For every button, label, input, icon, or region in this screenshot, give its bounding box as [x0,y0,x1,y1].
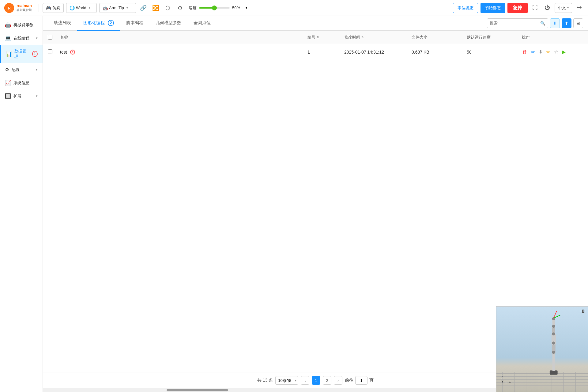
tab-script-label: 脚本编程 [126,20,143,26]
tab-trajectory[interactable]: 轨迹列表 [48,16,77,31]
sidebar-label-config: 配置 [12,67,20,73]
tab-graphic[interactable]: 图形化编程 2 [77,16,120,31]
per-page-wrapper: 10条/页 20条/页 50条/页 [275,376,298,385]
row-modified-cell: 2025-01-07 14:31:12 [344,50,412,55]
settings-icon-btn[interactable]: ⚙ [175,3,185,13]
grid-icon: ⊞ [576,21,580,26]
sidebar: 🤖 机械臂示教 💻 在线编程 ▾ 📊 数据管理 1 ⚙ 配置 ▾ 📈 系统信息 … [0,16,43,392]
header-modified-label: 修改时间 [344,35,360,40]
logout-icon[interactable]: ⮩ [575,3,584,13]
header-modified-cell[interactable]: 修改时间 ⇅ [344,35,412,40]
grid-icon-btn[interactable]: ⊞ [573,18,583,28]
edit-icon[interactable]: ✏ [530,48,536,55]
header-speed-cell: 默认运行速度 [467,35,522,40]
speed-dropdown-icon[interactable]: ▾ [246,6,247,9]
cube-icon-btn[interactable]: ⬡ [163,3,173,13]
next-page-btn[interactable]: › [334,376,342,385]
config-icon: ⚙ [5,67,9,73]
speed-value: 50% [232,6,243,10]
svg-rect-15 [552,352,555,371]
search-box: 🔍 [487,18,548,28]
header-number-cell[interactable]: 编号 ⇅ [307,35,344,40]
rename-icon[interactable]: ✏ [546,48,551,55]
tab-waypoints-label: 全局点位 [194,20,211,26]
header-size-cell: 文件大小 [412,35,467,40]
tab-model-label: 几何模型参数 [156,20,181,26]
sidebar-label-teach: 机械臂示教 [13,22,33,28]
goto-input[interactable] [355,376,368,385]
sidebar-label-online: 在线编程 [13,36,29,41]
prev-page-btn[interactable]: ‹ [301,376,309,385]
speed-slider[interactable] [199,7,230,9]
lang-chevron-icon: ▾ [567,6,569,9]
upload-icon-btn[interactable]: ⬆ [562,18,571,28]
viewport-canvas: Z Y _ x [496,307,588,392]
viewport-visibility-icon[interactable]: 👁 [580,308,586,315]
teach-icon: 🤖 [5,22,11,28]
header-size-label: 文件大小 [412,35,428,40]
sim-mode-btn[interactable]: 🎮 仿真 [43,3,64,13]
sidebar-item-online[interactable]: 💻 在线编程 ▾ [0,32,43,45]
download-icon: ⬇ [553,21,557,26]
sidebar-item-config[interactable]: ⚙ 配置 ▾ [0,63,43,76]
route-icon-btn[interactable]: 🔀 [151,3,160,13]
tabs-bar: 轨迹列表 图形化编程 2 脚本编程 几何模型参数 全局点位 🔍 [43,16,588,31]
extend-icon: 🔲 [5,93,11,99]
row-actions-cell: 🗑 ✏ ⬇ ✏ ☆ ▶ [522,48,583,55]
header-speed-label: 默认运行速度 [467,35,491,40]
world-icon: 🌐 [70,6,75,10]
row-name-cell: test 3 [60,50,307,55]
init-pose-button[interactable]: 初始姿态 [481,3,505,13]
world-dropdown[interactable]: 🌐 World ▾ [66,3,97,13]
total-count: 共 13 条 [257,378,273,383]
online-icon: 💻 [5,35,11,41]
page-unit: 页 [369,378,374,383]
tab-waypoints[interactable]: 全局点位 [187,16,217,31]
config-chevron-icon: ▾ [36,68,38,72]
language-dropdown[interactable]: 中文 ▾ [555,3,572,13]
link-icon-btn[interactable]: 🔗 [138,3,148,13]
tab-script[interactable]: 脚本编程 [120,16,149,31]
tab-trajectory-label: 轨迹列表 [54,20,71,26]
row-checkbox[interactable] [48,49,52,54]
speed-area: 速度 50% ▾ [189,5,247,11]
z-axis-label: Z [501,375,511,379]
sidebar-label-extend: 扩展 [13,93,21,99]
table-header: 名称 编号 ⇅ 修改时间 ⇅ 文件大小 默认运行速度 操作 [43,31,588,44]
emergency-stop-button[interactable]: 急停 [507,3,528,13]
tab-model[interactable]: 几何模型参数 [149,16,187,31]
row-speed-cell: 50 [467,50,522,55]
page-2-btn[interactable]: 2 [323,376,331,385]
arm-tip-dropdown[interactable]: 🤖 Arm_Tip ▾ [99,3,136,13]
sidebar-item-sysinfo[interactable]: 📈 系统信息 [0,76,43,89]
delete-icon[interactable]: 🗑 [522,49,528,55]
per-page-select[interactable]: 10条/页 20条/页 50条/页 [275,376,298,385]
graphic-tab-badge: 2 [108,20,114,26]
svg-point-23 [552,325,555,328]
tab-graphic-label: 图形化编程 [83,20,105,26]
y-arrow: _ [505,379,507,383]
logo-text: realman 睿尔曼智能 [17,3,32,12]
sidebar-label-sysinfo: 系统信息 [13,80,29,86]
row-number-value: 1 [307,50,310,55]
power-icon[interactable]: ⏻ [542,3,552,13]
run-icon[interactable]: ▶ [561,48,566,55]
sidebar-item-teach[interactable]: 🤖 机械臂示教 [0,18,43,32]
sidebar-item-extend[interactable]: 🔲 扩展 ▾ [0,89,43,103]
tabs-actions: 🔍 ⬇ ⬆ ⊞ [487,18,583,28]
download-icon-btn[interactable]: ⬇ [550,18,560,28]
svg-point-20 [552,351,555,354]
select-all-checkbox[interactable] [48,35,52,40]
scrollbar-thumb[interactable] [167,389,228,391]
row-download-icon[interactable]: ⬇ [538,48,543,55]
sidebar-label-data: 数据管理 [14,48,28,59]
page-1-btn[interactable]: 1 [312,376,320,385]
row-name-badge: 3 [70,50,75,55]
search-input[interactable] [490,21,540,25]
svg-rect-14 [550,371,558,375]
fullscreen-icon[interactable]: ⛶ [530,3,540,13]
header-name-cell: 名称 [60,35,307,40]
sidebar-item-data[interactable]: 📊 数据管理 1 [0,45,43,63]
star-icon[interactable]: ☆ [553,48,559,55]
zero-pose-button[interactable]: 零位姿态 [453,3,478,13]
